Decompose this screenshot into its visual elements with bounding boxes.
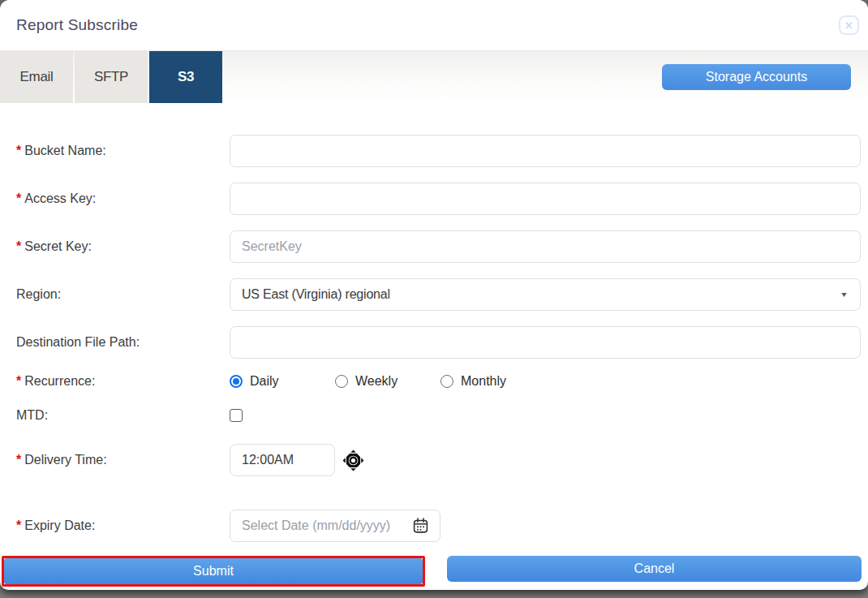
tab-sftp[interactable]: SFTP <box>75 51 148 103</box>
dialog-header: Report Subscribe ✕ <box>0 0 868 51</box>
recurrence-radio-weekly[interactable]: Weekly <box>335 374 440 389</box>
region-selected-value: US East (Virginia) regional <box>242 287 390 302</box>
chevron-down-icon: ▼ <box>840 290 849 299</box>
delivery-method-tabs: Email SFTP S3 Storage Accounts <box>0 51 868 103</box>
required-asterisk: * <box>16 144 21 157</box>
secret-key-label: *Secret Key: <box>16 239 230 254</box>
delivery-time-row: *Delivery Time: <box>16 444 861 476</box>
radio-unselected-icon <box>335 375 348 388</box>
dialog-title: Report Subscribe <box>16 16 138 34</box>
bucket-name-input[interactable] <box>230 135 861 167</box>
expiry-date-input[interactable] <box>230 510 440 542</box>
s3-subscription-form: *Bucket Name: *Access Key: *Secret Key: <box>0 103 868 542</box>
recurrence-radio-monthly[interactable]: Monthly <box>440 374 546 389</box>
region-row: Region: US East (Virginia) regional ▼ <box>16 278 861 311</box>
required-asterisk: * <box>16 239 21 253</box>
secret-key-input[interactable] <box>230 230 861 263</box>
required-asterisk: * <box>16 374 21 388</box>
report-subscribe-dialog: Report Subscribe ✕ Email SFTP S3 Storage… <box>0 0 868 590</box>
access-key-label: *Access Key: <box>16 191 230 206</box>
submit-button[interactable]: Submit <box>4 558 423 584</box>
radio-selected-icon <box>230 375 243 388</box>
required-asterisk: * <box>16 518 21 532</box>
cancel-button[interactable]: Cancel <box>447 556 862 582</box>
mtd-checkbox[interactable] <box>230 409 243 422</box>
required-asterisk: * <box>16 453 21 467</box>
submit-highlight-box: Submit <box>2 556 425 587</box>
region-label: Region: <box>16 287 230 302</box>
mtd-row: MTD: <box>16 408 861 423</box>
recurrence-label: *Recurrence: <box>16 374 230 389</box>
bucket-name-label: *Bucket Name: <box>16 144 230 158</box>
radio-unselected-icon <box>440 375 453 388</box>
recurrence-row: *Recurrence: Daily Weekly Monthly <box>16 374 861 389</box>
close-icon[interactable]: ✕ <box>839 15 859 35</box>
destination-file-path-label: Destination File Path: <box>16 335 230 350</box>
expiry-date-row: *Expiry Date: <box>16 510 861 542</box>
dialog-footer: Submit Cancel <box>0 556 868 587</box>
expiry-date-label: *Expiry Date: <box>16 518 230 533</box>
delivery-time-label: *Delivery Time: <box>16 453 230 467</box>
required-asterisk: * <box>16 191 21 205</box>
access-key-input[interactable] <box>230 183 861 215</box>
tab-s3[interactable]: S3 <box>149 51 222 103</box>
secret-key-row: *Secret Key: <box>16 230 861 263</box>
region-select[interactable]: US East (Virginia) regional ▼ <box>230 278 861 311</box>
access-key-row: *Access Key: <box>16 183 861 215</box>
recurrence-radio-daily[interactable]: Daily <box>230 374 335 389</box>
bucket-name-row: *Bucket Name: <box>16 135 861 167</box>
time-picker-icon[interactable] <box>342 450 364 471</box>
destination-file-path-row: Destination File Path: <box>16 326 861 359</box>
mtd-label: MTD: <box>16 408 230 423</box>
expiry-date-field <box>230 510 440 542</box>
storage-accounts-button[interactable]: Storage Accounts <box>662 64 851 90</box>
tab-email[interactable]: Email <box>0 51 73 103</box>
destination-file-path-input[interactable] <box>230 326 861 359</box>
delivery-time-input[interactable] <box>230 444 335 476</box>
